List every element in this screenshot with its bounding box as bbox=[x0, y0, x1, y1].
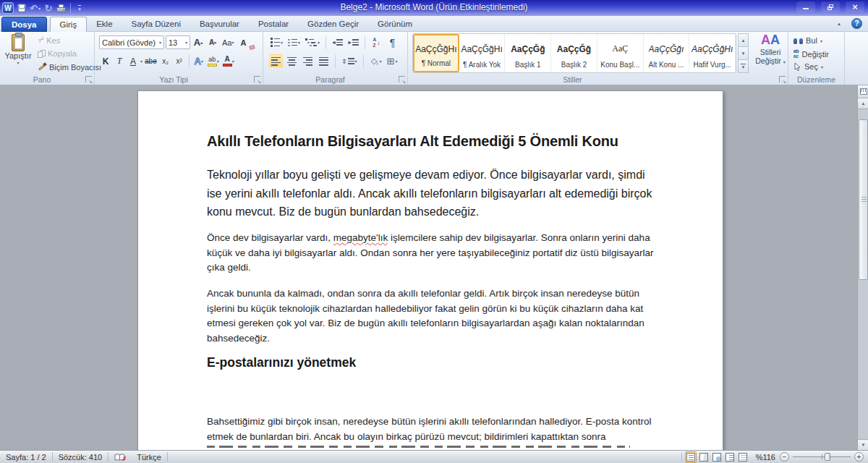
highlight-button[interactable]: ab▾ bbox=[206, 54, 221, 68]
gallery-scroll-down-icon[interactable]: ▼ bbox=[738, 47, 749, 60]
style-card-heading2[interactable]: AaÇçĞğBaşlık 2 bbox=[551, 34, 597, 72]
bullets-button[interactable]: ▾ bbox=[269, 35, 284, 49]
word-window: W ↶▾ ↻ ▾ Belge2 - Microsoft Word (Ürün E… bbox=[0, 0, 868, 463]
font-size-combo[interactable]: 13▾ bbox=[166, 35, 190, 49]
help-button[interactable]: ? bbox=[851, 18, 862, 29]
print-layout-view-button[interactable] bbox=[685, 451, 697, 463]
document-heading1: Akıllı Telefonların Bilgisayarları Alt E… bbox=[207, 133, 657, 150]
replace-button[interactable]: abac Değiştir bbox=[793, 49, 829, 59]
style-card-heading1[interactable]: AaÇçĞğBaşlık 1 bbox=[505, 34, 551, 72]
web-layout-icon bbox=[712, 453, 721, 462]
align-center-button[interactable] bbox=[285, 54, 299, 68]
copy-icon bbox=[38, 50, 46, 58]
borders-button[interactable]: ⊞▾ bbox=[386, 54, 399, 68]
zoom-slider[interactable] bbox=[793, 452, 851, 462]
ruler-icon bbox=[860, 88, 867, 95]
word-count[interactable]: Sözcük: 410 bbox=[53, 451, 109, 463]
tab-file[interactable]: Dosya bbox=[1, 17, 47, 32]
tab-view[interactable]: Görünüm bbox=[368, 17, 422, 32]
outline-view-button[interactable] bbox=[724, 451, 736, 463]
clipboard-dialog-launcher-icon[interactable] bbox=[85, 76, 92, 82]
borders-icon: ⊞ bbox=[387, 56, 395, 66]
styles-dialog-launcher-icon[interactable] bbox=[779, 76, 786, 82]
font-dialog-launcher-icon[interactable] bbox=[254, 76, 260, 82]
multilevel-list-button[interactable]: ▾ bbox=[304, 35, 321, 49]
zoom-slider-thumb[interactable] bbox=[825, 453, 830, 461]
tab-references[interactable]: Başvurular bbox=[190, 17, 249, 32]
grow-font-button[interactable]: A▴ bbox=[192, 35, 205, 49]
underline-dropdown-icon[interactable]: ▾ bbox=[140, 59, 142, 64]
font-name-combo[interactable]: Calibri (Gövde)▾ bbox=[99, 35, 164, 49]
vertical-scrollbar[interactable]: ▲ ▼ bbox=[857, 85, 868, 450]
tab-home[interactable]: Giriş bbox=[50, 17, 88, 32]
underline-button[interactable]: A bbox=[127, 54, 140, 68]
subscript-button[interactable]: x₂ bbox=[159, 54, 172, 68]
language-indicator[interactable]: Türkçe bbox=[131, 451, 167, 463]
minimize-button[interactable] bbox=[796, 1, 815, 12]
minimize-ribbon-button[interactable]: ▲ bbox=[833, 18, 846, 29]
proofing-book-icon: ✗ bbox=[114, 453, 125, 462]
paste-button[interactable]: Yapıştır ▾ bbox=[4, 33, 33, 73]
style-card-subtitle[interactable]: AaÇçĞğıAlt Konu ... bbox=[644, 34, 690, 72]
gallery-more-icon[interactable]: ▼ bbox=[738, 60, 749, 73]
bold-button[interactable]: K bbox=[99, 54, 112, 68]
strikethrough-button[interactable]: abe bbox=[143, 54, 158, 68]
change-case-button[interactable]: Aa▾ bbox=[221, 35, 235, 49]
highlight-color-bar bbox=[208, 64, 217, 67]
document-page[interactable]: Akıllı Telefonların Bilgisayarları Alt E… bbox=[137, 90, 723, 450]
style-card-subtle-emphasis[interactable]: AaÇçĞğHıHafif Vurg... bbox=[689, 34, 736, 72]
shading-button[interactable]: ▾ bbox=[368, 54, 383, 68]
font-color-button[interactable]: A▾ bbox=[221, 54, 236, 68]
group-styles: AaÇçĞğHı¶ Normal AaÇçĞğHı¶ Aralık Yok Aa… bbox=[408, 32, 788, 85]
cut-button[interactable]: ✂Kes bbox=[35, 34, 104, 46]
replace-icon: abac bbox=[793, 49, 799, 59]
fullscreen-reading-view-button[interactable] bbox=[698, 451, 710, 463]
style-card-title[interactable]: AaÇKonu Başl... bbox=[597, 34, 644, 72]
align-center-icon bbox=[287, 57, 297, 66]
arrow-right-icon: ▸ bbox=[349, 40, 352, 46]
tab-insert[interactable]: Ekle bbox=[87, 17, 122, 32]
clear-formatting-button[interactable]: A bbox=[237, 35, 250, 49]
select-button[interactable]: Seç▾ bbox=[793, 62, 823, 71]
zoom-out-button[interactable]: − bbox=[780, 452, 789, 462]
shrink-font-button[interactable]: A▾ bbox=[206, 35, 219, 49]
restore-button[interactable] bbox=[821, 1, 840, 12]
document-paragraph: Ancak bununla da kalmadı, ondan sonra da… bbox=[207, 286, 657, 346]
align-left-button[interactable] bbox=[269, 54, 283, 68]
tab-review[interactable]: Gözden Geçir bbox=[298, 17, 368, 32]
gallery-scroll-up-icon[interactable]: ▲ bbox=[738, 33, 749, 47]
web-layout-view-button[interactable] bbox=[711, 451, 723, 463]
style-card-no-spacing[interactable]: AaÇçĞğHı¶ Aralık Yok bbox=[459, 34, 506, 72]
paragraph-dialog-launcher-icon[interactable] bbox=[399, 76, 405, 82]
proofing-status[interactable]: ✗ bbox=[109, 451, 131, 463]
justify-button[interactable] bbox=[317, 54, 331, 68]
tab-page-layout[interactable]: Sayfa Düzeni bbox=[122, 17, 190, 32]
align-right-button[interactable] bbox=[301, 54, 315, 68]
page-indicator[interactable]: Sayfa: 1 / 2 bbox=[0, 451, 52, 463]
zoom-level[interactable]: %116 bbox=[752, 453, 780, 462]
align-left-icon bbox=[271, 57, 281, 66]
format-painter-button[interactable]: Biçim Boyacısı bbox=[35, 61, 104, 73]
show-paragraph-marks-button[interactable]: ¶ bbox=[386, 35, 399, 49]
decrease-indent-button[interactable]: ◂ bbox=[331, 35, 344, 49]
change-styles-button[interactable]: AA Stilleri Değiştir ▾ bbox=[752, 33, 788, 73]
numbering-button[interactable]: ▾ bbox=[286, 35, 302, 49]
style-card-normal[interactable]: AaÇçĞğHı¶ Normal bbox=[413, 34, 459, 72]
scroll-down-icon[interactable]: ▼ bbox=[858, 439, 868, 450]
draft-view-button[interactable] bbox=[737, 451, 749, 463]
tab-mailings[interactable]: Postalar bbox=[249, 17, 298, 32]
close-button[interactable]: × bbox=[846, 1, 864, 12]
line-spacing-button[interactable]: ⇕▾ bbox=[340, 54, 359, 68]
sort-button[interactable]: AZ↓ bbox=[370, 35, 383, 49]
zoom-in-button[interactable]: + bbox=[854, 452, 864, 462]
scrollbar-thumb[interactable] bbox=[859, 119, 868, 280]
copy-button[interactable]: Kopyala bbox=[35, 48, 104, 59]
up-down-arrow-icon: ⇕ bbox=[341, 58, 347, 65]
italic-button[interactable]: T bbox=[113, 54, 126, 68]
text-effects-button[interactable]: A▾ bbox=[192, 54, 205, 68]
scroll-up-icon[interactable]: ▲ bbox=[858, 98, 868, 109]
superscript-button[interactable]: x² bbox=[173, 54, 186, 68]
increase-indent-button[interactable]: ▸ bbox=[346, 35, 360, 49]
find-button[interactable]: Bul▾ bbox=[793, 36, 822, 45]
ruler-toggle-button[interactable] bbox=[858, 85, 868, 98]
